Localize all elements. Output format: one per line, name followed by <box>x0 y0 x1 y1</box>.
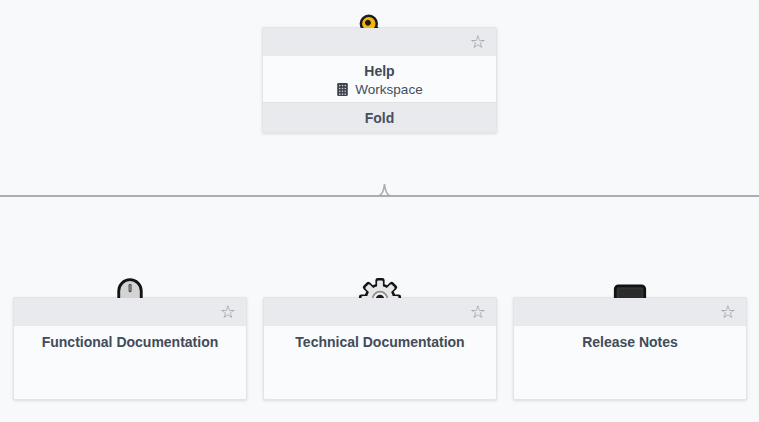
favorite-star-icon[interactable]: ☆ <box>220 303 236 321</box>
card-technical-documentation[interactable]: ☆ Technical Documentation <box>263 297 497 400</box>
card-header-band: ☆ <box>264 298 496 326</box>
root-card-header-band: ☆ <box>263 28 496 56</box>
card-title: Functional Documentation <box>42 334 219 350</box>
fold-button[interactable]: Fold <box>263 102 496 132</box>
card-release-notes[interactable]: ☆ Release Notes <box>513 297 747 400</box>
card-body: Functional Documentation <box>14 326 246 399</box>
workspace-label: Workspace <box>355 82 422 97</box>
favorite-star-icon[interactable]: ☆ <box>470 33 486 51</box>
card-body: Technical Documentation <box>264 326 496 399</box>
hierarchy-view: ☆ Help Workspace <box>0 0 759 422</box>
building-icon <box>336 82 349 97</box>
card-functional-documentation[interactable]: ☆ Functional Documentation <box>13 297 247 400</box>
card-header-band: ☆ <box>514 298 746 326</box>
card-title: Technical Documentation <box>295 334 464 350</box>
root-card-body: Help Workspace <box>263 56 496 102</box>
card-header-band: ☆ <box>14 298 246 326</box>
favorite-star-icon[interactable]: ☆ <box>720 303 736 321</box>
card-title: Release Notes <box>582 334 678 350</box>
root-card-title: Help <box>364 63 394 79</box>
hierarchy-connector-line <box>0 180 759 200</box>
favorite-star-icon[interactable]: ☆ <box>470 303 486 321</box>
card-body: Release Notes <box>514 326 746 399</box>
workspace-row: Workspace <box>336 82 422 97</box>
root-card-help[interactable]: ☆ Help Workspace <box>262 27 497 133</box>
